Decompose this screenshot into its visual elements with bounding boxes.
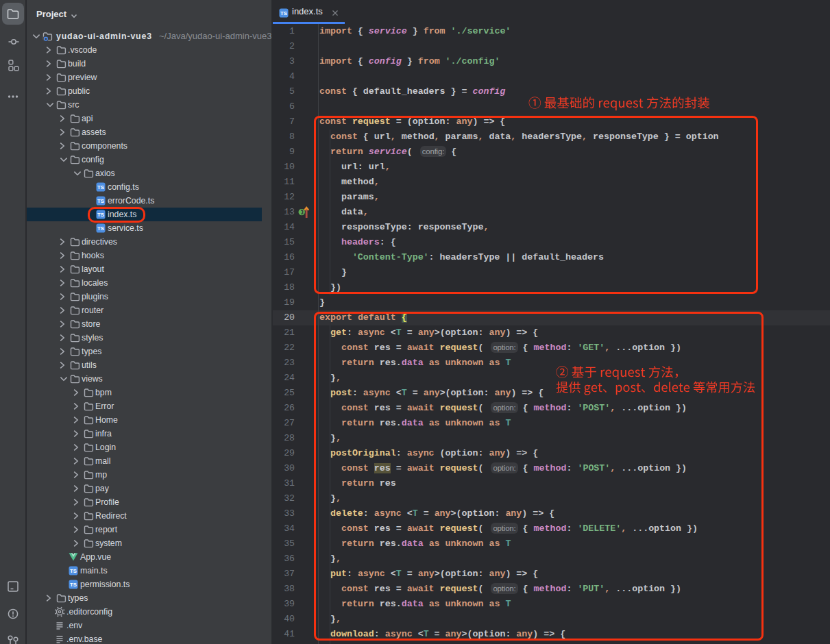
svg-text:TS: TS — [97, 225, 104, 232]
svg-text:TS: TS — [97, 184, 104, 190]
svg-text:TS: TS — [280, 10, 287, 16]
svg-text:TS: TS — [97, 198, 104, 204]
svg-text:TS: TS — [70, 568, 77, 574]
svg-text:TS: TS — [70, 582, 77, 588]
